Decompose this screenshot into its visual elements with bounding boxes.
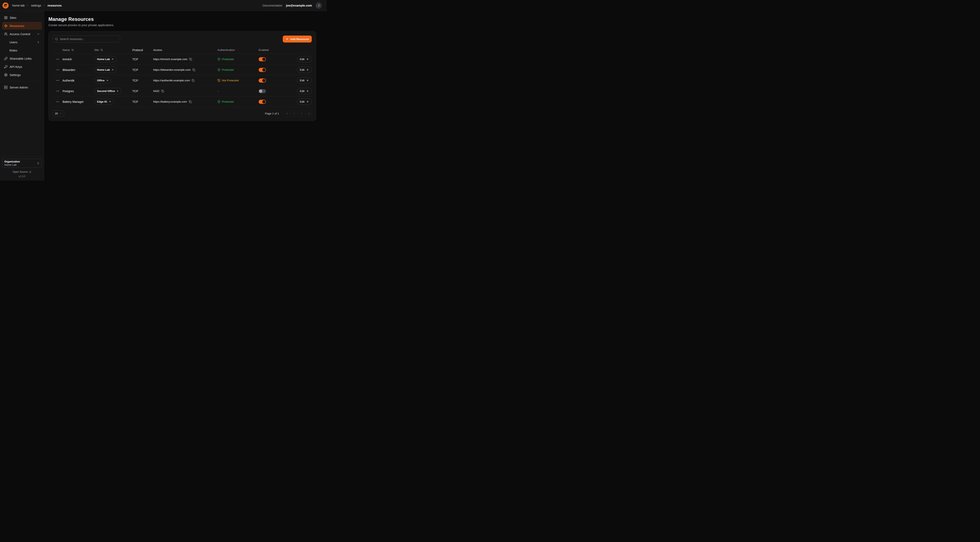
edit-button[interactable]: Edit <box>297 88 312 94</box>
waypoints-icon <box>4 24 8 27</box>
column-header-authentication: Authentication <box>217 48 235 51</box>
documentation-link[interactable]: Documentation <box>262 4 283 7</box>
enabled-toggle[interactable] <box>259 57 266 61</box>
access-url: https://immich.example.com <box>153 57 187 61</box>
sidebar-nav: Sites Resources Access Control Users Rol… <box>0 13 44 91</box>
enabled-toggle[interactable] <box>259 68 266 72</box>
page-size-select[interactable]: 20 <box>53 110 64 116</box>
sidebar-item-api-keys[interactable]: API Keys <box>2 63 42 70</box>
sidebar-item-label: Sites <box>10 16 16 19</box>
column-header-enabled: Enabled <box>259 48 286 51</box>
first-page-button[interactable] <box>284 110 290 116</box>
user-email[interactable]: joe@example.com <box>286 4 312 7</box>
sidebar-item-access-control[interactable]: Access Control <box>2 30 42 38</box>
site-name: Second Office <box>97 89 115 92</box>
edit-button[interactable]: Edit <box>297 99 312 105</box>
sidebar-bottom: Organization Home Lab Open Source v1.3.0 <box>0 156 44 181</box>
site-name: Office <box>97 79 105 82</box>
row-actions-button[interactable] <box>56 100 59 104</box>
chevrons-up-down-icon <box>37 162 40 165</box>
breadcrumb-resources[interactable]: resources <box>48 4 62 7</box>
site-link[interactable]: Second Office <box>94 88 122 94</box>
row-actions-button[interactable] <box>56 89 59 93</box>
chevron-right-icon <box>300 112 303 115</box>
site-link[interactable]: Edge 01 <box>94 99 114 105</box>
breadcrumb-settings[interactable]: settings <box>31 4 41 7</box>
auth-label: - <box>217 89 218 92</box>
column-header-protocol: Protocol <box>132 48 153 52</box>
arrow-right-icon <box>306 79 309 82</box>
more-horizontal-icon <box>56 89 59 93</box>
topbar: home-lab settings resources Documentatio… <box>0 0 327 11</box>
toggle-knob <box>262 68 266 72</box>
row-actions-button[interactable] <box>56 79 59 82</box>
last-page-button[interactable] <box>306 110 312 116</box>
sort-name-button[interactable]: Name <box>62 48 74 51</box>
organization-selector[interactable]: Organization Home Lab <box>2 159 42 168</box>
avatar[interactable]: J <box>316 2 322 9</box>
site-link[interactable]: Home Lab <box>94 56 117 62</box>
sidebar-item-users[interactable]: Users <box>2 38 42 46</box>
edit-label: Edit <box>300 57 304 61</box>
avatar-initial: J <box>318 4 320 7</box>
sidebar-item-roles[interactable]: Roles <box>2 46 42 54</box>
sidebar-item-shareable-links[interactable]: Shareable Links <box>2 54 42 62</box>
sidebar-item-server-admin[interactable]: Server Admin <box>2 83 42 91</box>
resource-name: Battery Manager <box>62 100 94 104</box>
resource-name: Immich <box>62 57 94 61</box>
copy-button[interactable] <box>192 79 194 82</box>
app-logo[interactable] <box>2 2 9 9</box>
table-row: Postgres Second Office TCP 5432 - Edit <box>53 86 312 96</box>
add-resource-label: Add Resource <box>290 38 309 41</box>
plus-icon <box>286 38 288 40</box>
sidebar-item-label: Resources <box>10 24 24 27</box>
arrow-right-icon <box>306 69 309 71</box>
external-link-icon <box>29 171 31 173</box>
page-subtitle: Create secure proxies to your private ap… <box>48 24 316 27</box>
enabled-toggle[interactable] <box>259 89 266 93</box>
prev-page-button[interactable] <box>291 110 297 116</box>
search-input[interactable] <box>53 35 120 43</box>
arrow-up-right-icon <box>111 69 114 71</box>
arrow-up-right-icon <box>109 100 111 103</box>
edit-label: Edit <box>300 100 304 103</box>
sort-authentication-button[interactable]: Authentication <box>217 48 235 51</box>
toggle-knob <box>262 100 266 104</box>
row-actions-button[interactable] <box>56 57 59 61</box>
auth-status: Not Protected <box>217 79 259 82</box>
edit-button[interactable]: Edit <box>297 56 312 62</box>
protocol-value: TCP <box>132 79 153 82</box>
card-footer: 20 Page 1 of 1 <box>53 110 312 116</box>
access-url: https://authentik.example.com <box>153 79 190 82</box>
breadcrumb-home-lab[interactable]: home-lab <box>12 4 24 7</box>
sort-site-button[interactable]: Site <box>94 48 103 51</box>
site-link[interactable]: Office <box>94 77 111 84</box>
edit-button[interactable]: Edit <box>297 77 312 84</box>
shield-check-icon <box>217 68 220 71</box>
server-icon <box>4 86 8 89</box>
open-source-link[interactable]: Open Source <box>2 171 42 173</box>
sidebar-item-sites[interactable]: Sites <box>2 14 42 21</box>
sidebar-item-resources[interactable]: Resources <box>2 22 42 30</box>
column-header-name: Name <box>62 48 70 51</box>
row-actions-button[interactable] <box>56 68 59 72</box>
copy-button[interactable] <box>161 90 164 92</box>
sidebar-item-settings[interactable]: Settings <box>2 71 42 79</box>
sidebar: Sites Resources Access Control Users Rol… <box>0 11 44 181</box>
enabled-toggle[interactable] <box>259 100 266 104</box>
copy-button[interactable] <box>192 69 195 71</box>
enabled-toggle[interactable] <box>259 78 266 83</box>
version-label: v1.3.0 <box>2 175 42 178</box>
sidebar-item-label: Roles <box>10 49 17 52</box>
sidebar-item-label: Users <box>10 40 18 44</box>
arrow-right-icon <box>306 58 309 61</box>
site-name: Edge 01 <box>97 100 107 103</box>
edit-button[interactable]: Edit <box>297 67 312 73</box>
next-page-button[interactable] <box>299 110 304 116</box>
site-name: Home Lab <box>97 68 110 71</box>
copy-button[interactable] <box>189 100 192 103</box>
add-resource-button[interactable]: Add Resource <box>283 35 312 43</box>
site-link[interactable]: Home Lab <box>94 67 117 73</box>
copy-button[interactable] <box>189 58 192 61</box>
topbar-left: home-lab settings resources <box>2 2 62 9</box>
